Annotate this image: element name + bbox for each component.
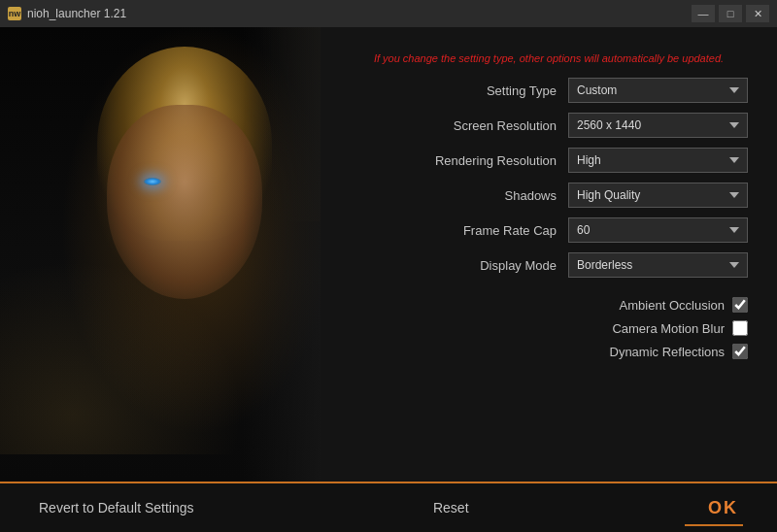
close-button[interactable]: ✕ (746, 5, 769, 22)
select-shadows[interactable]: LowMediumHigh QualityHighest Quality (568, 183, 748, 208)
main-content: If you change the setting type, other op… (0, 27, 777, 532)
minimize-button[interactable]: — (692, 5, 715, 22)
checkboxes-section: Ambient OcclusionCamera Motion BlurDynam… (350, 297, 748, 359)
form-row-setting-type: Setting TypeCustomStandardHighHighest (350, 78, 748, 103)
revert-button[interactable]: Revert to Default Settings (39, 500, 194, 515)
smoke-effect-left (0, 260, 243, 454)
ok-button[interactable]: OK (708, 498, 738, 518)
form-row-screen-resolution: Screen Resolution1280 x 7201920 x 108025… (350, 113, 748, 138)
warning-text: If you change the setting type, other op… (350, 52, 748, 64)
select-display-mode[interactable]: WindowedBorderlessFullscreen (568, 252, 748, 278)
select-frame-rate-cap[interactable]: 3060120Uncapped (568, 217, 748, 243)
form-row-display-mode: Display ModeWindowedBorderlessFullscreen (350, 252, 748, 278)
label-rendering-resolution: Rendering Resolution (435, 153, 557, 168)
checkbox-label-camera-motion-blur: Camera Motion Blur (612, 321, 725, 336)
title-bar: nw nioh_launcher 1.21 — □ ✕ (0, 0, 777, 27)
checkbox-label-dynamic-reflections: Dynamic Reflections (610, 345, 726, 359)
label-screen-resolution: Screen Resolution (454, 118, 557, 133)
form-row-frame-rate-cap: Frame Rate Cap3060120Uncapped (350, 217, 748, 243)
checkbox-input-ambient-occlusion[interactable] (732, 297, 748, 313)
label-setting-type: Setting Type (487, 83, 557, 98)
form-rows-container: Setting TypeCustomStandardHighHighestScr… (350, 78, 748, 278)
app-title: nioh_launcher 1.21 (27, 7, 126, 20)
title-bar-left: nw nioh_launcher 1.21 (8, 7, 126, 20)
warrior-eye-glow (144, 178, 161, 185)
select-setting-type[interactable]: CustomStandardHighHighest (568, 78, 748, 103)
form-row-shadows: ShadowsLowMediumHigh QualityHighest Qual… (350, 183, 748, 208)
app-icon: nw (8, 7, 21, 20)
label-display-mode: Display Mode (480, 258, 557, 273)
settings-panel: If you change the setting type, other op… (321, 27, 777, 532)
checkbox-row-dynamic-reflections: Dynamic Reflections (610, 344, 749, 359)
reset-button[interactable]: Reset (433, 500, 469, 515)
select-screen-resolution[interactable]: 1280 x 7201920 x 10802560 x 14403840 x 2… (568, 113, 748, 138)
checkbox-row-camera-motion-blur: Camera Motion Blur (612, 320, 748, 336)
checkbox-row-ambient-occlusion: Ambient Occlusion (620, 297, 748, 313)
checkbox-label-ambient-occlusion: Ambient Occlusion (620, 298, 725, 313)
checkbox-input-dynamic-reflections[interactable] (732, 344, 748, 359)
ok-underline-decoration (685, 524, 743, 526)
label-frame-rate-cap: Frame Rate Cap (463, 223, 557, 238)
form-section: If you change the setting type, other op… (350, 52, 748, 359)
maximize-button[interactable]: □ (719, 5, 742, 22)
form-row-rendering-resolution: Rendering ResolutionLowMediumHighHighest (350, 148, 748, 173)
checkbox-input-camera-motion-blur[interactable] (732, 320, 748, 336)
select-rendering-resolution[interactable]: LowMediumHighHighest (568, 148, 748, 173)
window-controls: — □ ✕ (692, 5, 769, 22)
label-shadows: Shadows (505, 188, 557, 203)
bottom-bar: Revert to Default Settings Reset OK (0, 482, 777, 532)
background-art (0, 27, 359, 532)
